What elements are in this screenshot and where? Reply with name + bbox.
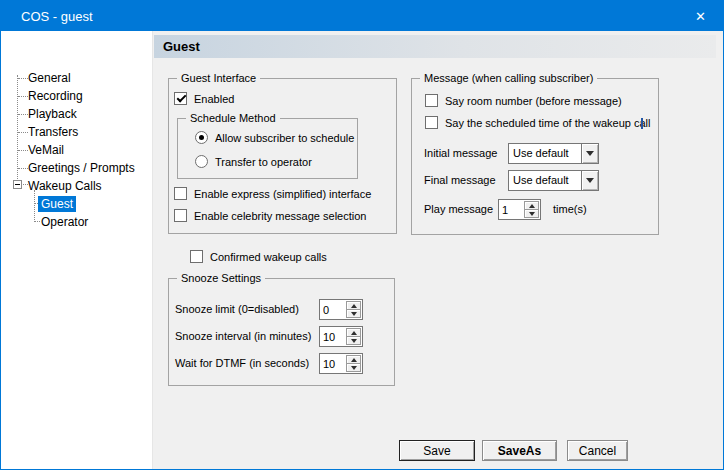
close-icon: ✕: [695, 10, 706, 23]
tree-connector: [18, 132, 28, 133]
sidebar-item-greetings-prompts[interactable]: Greetings / Prompts: [28, 161, 135, 176]
spin-down-button[interactable]: [346, 309, 361, 318]
cancel-button[interactable]: Cancel: [567, 440, 628, 461]
spinner-buttons: [346, 328, 361, 345]
snooze-interval-spinner[interactable]: [319, 326, 363, 347]
combo-dropdown-button[interactable]: [581, 144, 598, 163]
checkbox-label: Confirmed wakeup calls: [210, 251, 327, 263]
confirmed-wakeup-checkbox[interactable]: Confirmed wakeup calls: [190, 250, 327, 263]
final-message-label: Final message: [424, 174, 496, 187]
text-cursor-artifact: [641, 118, 643, 129]
window-title: COS - guest: [1, 9, 93, 24]
checkbox-label: Say the scheduled time of the wakeup cal…: [445, 117, 650, 129]
page-title: Guest: [163, 39, 200, 54]
say-scheduled-time-checkbox[interactable]: Say the scheduled time of the wakeup cal…: [425, 116, 650, 129]
minus-glyph: [15, 184, 20, 185]
sidebar-item-playback[interactable]: Playback: [28, 107, 77, 122]
radio-label: Transfer to operator: [215, 156, 312, 168]
spinner-buttons: [346, 301, 361, 318]
sidebar-item-wakeup-calls[interactable]: Wakeup Calls: [28, 179, 102, 194]
play-message-label: Play message: [424, 203, 493, 216]
tree-connector: [18, 150, 28, 151]
schedule-method-group: Schedule Method Allow subscriber to sche…: [177, 118, 358, 179]
enabled-checkbox[interactable]: Enabled: [174, 92, 234, 105]
sidebar-item-general[interactable]: General: [28, 71, 71, 86]
snooze-settings-group: Snooze Settings Snooze limit (0=disabled…: [168, 278, 395, 386]
combo-value: Use default: [509, 171, 581, 190]
spin-down-button[interactable]: [346, 336, 361, 345]
snooze-limit-spinner[interactable]: [319, 299, 363, 320]
tree-connector: [34, 190, 35, 222]
wait-dtmf-label: Wait for DTMF (in seconds): [175, 357, 309, 370]
spinner-buttons: [346, 355, 361, 372]
radio-button[interactable]: [195, 155, 208, 168]
chevron-down-icon: [351, 366, 357, 370]
spin-down-button[interactable]: [346, 363, 361, 372]
combo-dropdown-button[interactable]: [581, 171, 598, 190]
radio-label: Allow subscriber to schedule: [215, 132, 354, 144]
cos-dialog-window: COS - guest ✕ General Recording Playback…: [0, 0, 724, 470]
chevron-down-icon: [351, 339, 357, 343]
tree-connector: [18, 168, 28, 169]
guest-interface-group: Guest Interface Enabled Schedule Method …: [168, 78, 397, 234]
sidebar-item-recording[interactable]: Recording: [28, 89, 83, 104]
sidebar-item-transfers[interactable]: Transfers: [28, 125, 78, 140]
checkbox-box[interactable]: [425, 116, 438, 129]
checkbox-label: Enabled: [194, 93, 234, 105]
spinner-buttons: [524, 201, 539, 218]
radio-button[interactable]: [195, 131, 208, 144]
times-suffix-label: time(s): [553, 203, 587, 216]
checkbox-box[interactable]: [174, 92, 187, 105]
snooze-interval-label: Snooze interval (in minutes): [175, 330, 311, 343]
radio-allow-subscriber[interactable]: Allow subscriber to schedule: [195, 131, 354, 144]
group-title: Message (when calling subscriber): [420, 72, 597, 85]
saveas-button[interactable]: SaveAs: [482, 440, 557, 461]
wait-dtmf-input[interactable]: [320, 354, 346, 373]
chevron-down-icon: [529, 212, 535, 216]
chevron-up-icon: [529, 204, 535, 208]
radio-transfer-operator[interactable]: Transfer to operator: [195, 155, 312, 168]
tree-connector: [18, 114, 28, 115]
group-title: Guest Interface: [177, 72, 260, 85]
tree-connector: [35, 221, 40, 222]
checkbox-box[interactable]: [174, 209, 187, 222]
chevron-up-icon: [351, 358, 357, 362]
checkbox-box[interactable]: [190, 250, 203, 263]
celebrity-selection-checkbox[interactable]: Enable celebrity message selection: [174, 209, 366, 222]
message-group: Message (when calling subscriber) Say ro…: [411, 78, 659, 235]
combo-value: Use default: [509, 144, 581, 163]
spin-down-button[interactable]: [524, 209, 539, 218]
snooze-limit-input[interactable]: [320, 300, 346, 319]
collapse-icon[interactable]: [13, 180, 22, 189]
tree-connector: [18, 96, 28, 97]
sidebar-item-guest[interactable]: Guest: [38, 196, 76, 212]
checkbox-label: Enable express (simplified) interface: [194, 188, 371, 200]
close-button[interactable]: ✕: [678, 1, 723, 31]
save-button[interactable]: Save: [399, 440, 475, 461]
group-title: Snooze Settings: [177, 272, 265, 285]
chevron-down-icon: [586, 151, 594, 156]
checkbox-box[interactable]: [174, 187, 187, 200]
express-interface-checkbox[interactable]: Enable express (simplified) interface: [174, 187, 371, 200]
initial-message-select[interactable]: Use default: [508, 143, 599, 164]
initial-message-label: Initial message: [424, 147, 497, 160]
say-room-number-checkbox[interactable]: Say room number (before message): [425, 94, 622, 107]
wait-dtmf-spinner[interactable]: [319, 353, 363, 374]
final-message-select[interactable]: Use default: [508, 170, 599, 191]
play-message-spinner[interactable]: [498, 199, 541, 220]
chevron-down-icon: [351, 312, 357, 316]
snooze-limit-label: Snooze limit (0=disabled): [175, 303, 299, 316]
play-message-input[interactable]: [499, 200, 524, 219]
checkbox-label: Enable celebrity message selection: [194, 210, 366, 222]
snooze-interval-input[interactable]: [320, 327, 346, 346]
chevron-down-icon: [586, 178, 594, 183]
sidebar-item-operator[interactable]: Operator: [41, 215, 88, 230]
tree-connector: [18, 78, 28, 79]
page-header-bar: Guest: [154, 35, 716, 58]
chevron-up-icon: [351, 304, 357, 308]
sidebar-item-vemail[interactable]: VeMail: [28, 143, 64, 158]
titlebar: COS - guest ✕: [1, 1, 723, 31]
checkbox-box[interactable]: [425, 94, 438, 107]
sidebar-tree: General Recording Playback Transfers VeM…: [1, 31, 153, 469]
group-title: Schedule Method: [186, 112, 280, 125]
